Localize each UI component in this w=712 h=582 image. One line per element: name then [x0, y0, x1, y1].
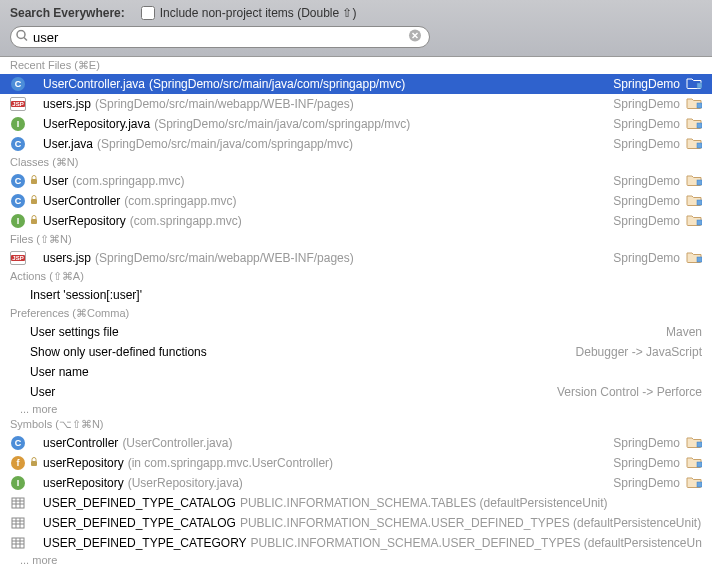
result-row[interactable]: USER_DEFINED_TYPE_CATALOGPUBLIC.INFORMAT… — [0, 493, 712, 513]
interface-icon: I — [11, 476, 25, 490]
section-files: Files (⇧⌘N) — [0, 231, 712, 248]
more-preferences[interactable]: ... more — [0, 402, 712, 416]
svg-rect-12 — [697, 200, 702, 205]
result-hint: (in com.springapp.mvc.UserController) — [128, 456, 333, 470]
svg-rect-11 — [31, 199, 37, 204]
result-row[interactable]: User name — [0, 362, 712, 382]
folder-icon — [686, 251, 702, 263]
more-symbols[interactable]: ... more — [0, 553, 712, 567]
result-row[interactable]: IUserRepository.java(SpringDemo/src/main… — [0, 114, 712, 134]
result-row[interactable]: UserVersion Control -> Perforce — [0, 382, 712, 402]
lock-icon — [30, 195, 38, 205]
clear-icon[interactable] — [408, 29, 422, 46]
folder-icon — [686, 77, 702, 89]
folder-icon — [686, 174, 702, 186]
svg-rect-7 — [697, 123, 702, 128]
result-row[interactable]: User settings fileMaven — [0, 322, 712, 342]
result-hint: (com.springapp.mvc) — [124, 194, 236, 208]
include-nonproject-checkbox-wrap[interactable]: Include non-project items (Double ⇧) — [141, 6, 357, 20]
result-row[interactable]: CUser(com.springapp.mvc)SpringDemo — [0, 171, 712, 191]
search-input[interactable] — [10, 26, 430, 48]
svg-rect-19 — [697, 482, 702, 487]
result-name: UserController.java — [43, 77, 145, 91]
svg-rect-20 — [12, 498, 24, 508]
result-row[interactable]: Insert 'session[:user]' — [0, 285, 712, 305]
result-location: SpringDemo — [613, 77, 680, 91]
interface-icon: I — [11, 214, 25, 228]
result-location: SpringDemo — [613, 117, 680, 131]
result-name: UserRepository.java — [43, 117, 150, 131]
class-icon: C — [11, 137, 25, 151]
result-row[interactable]: USER_DEFINED_TYPE_CATALOGPUBLIC.INFORMAT… — [0, 513, 712, 533]
result-name: userController — [43, 436, 118, 450]
result-location: SpringDemo — [613, 174, 680, 188]
result-hint: (SpringDemo/src/main/java/com/springapp/… — [154, 117, 410, 131]
result-name: User name — [30, 365, 89, 379]
result-location: SpringDemo — [613, 214, 680, 228]
result-hint: (UserController.java) — [122, 436, 232, 450]
result-name: USER_DEFINED_TYPE_CATALOG — [43, 516, 236, 530]
result-row[interactable]: CUser.java(SpringDemo/src/main/java/com/… — [0, 134, 712, 154]
result-row[interactable]: IUserRepository(com.springapp.mvc)Spring… — [0, 211, 712, 231]
result-name: User.java — [43, 137, 93, 151]
result-row[interactable]: fuserRepository(in com.springapp.mvc.Use… — [0, 453, 712, 473]
table-icon — [11, 496, 25, 510]
result-name: userRepository — [43, 456, 124, 470]
result-name: Show only user-defined functions — [30, 345, 207, 359]
table-icon — [11, 516, 25, 530]
result-location: SpringDemo — [613, 137, 680, 151]
result-location: Maven — [666, 325, 702, 339]
svg-rect-10 — [697, 180, 702, 185]
result-row[interactable]: USER_DEFINED_TYPE_CATEGORYPUBLIC.INFORMA… — [0, 533, 712, 553]
svg-rect-25 — [12, 518, 24, 528]
result-row[interactable]: CUserController.java(SpringDemo/src/main… — [0, 74, 712, 94]
result-location: SpringDemo — [613, 476, 680, 490]
svg-rect-9 — [31, 179, 37, 184]
svg-rect-13 — [31, 219, 37, 224]
svg-rect-5 — [697, 83, 702, 88]
result-name: Insert 'session[:user]' — [30, 288, 142, 302]
result-location: SpringDemo — [613, 436, 680, 450]
result-hint: PUBLIC.INFORMATION_SCHEMA.USER_DEFINED_T… — [240, 516, 701, 530]
class-icon: C — [11, 174, 25, 188]
folder-icon — [686, 137, 702, 149]
include-nonproject-checkbox[interactable] — [141, 6, 155, 20]
result-hint: PUBLIC.INFORMATION_SCHEMA.TABLES (defaul… — [240, 496, 608, 510]
result-name: User — [43, 174, 68, 188]
interface-icon: I — [11, 117, 25, 131]
result-hint: (com.springapp.mvc) — [130, 214, 242, 228]
field-icon: f — [11, 456, 25, 470]
search-field-wrap — [10, 26, 702, 48]
result-location: SpringDemo — [613, 456, 680, 470]
svg-rect-16 — [697, 442, 702, 447]
folder-icon — [686, 117, 702, 129]
result-row[interactable]: Show only user-defined functionsDebugger… — [0, 342, 712, 362]
result-name: UserRepository — [43, 214, 126, 228]
jsp-icon — [10, 251, 26, 265]
class-icon: C — [11, 194, 25, 208]
result-location: SpringDemo — [613, 97, 680, 111]
result-row[interactable]: IuserRepository(UserRepository.java)Spri… — [0, 473, 712, 493]
folder-icon — [686, 194, 702, 206]
svg-rect-8 — [697, 143, 702, 148]
result-name: USER_DEFINED_TYPE_CATALOG — [43, 496, 236, 510]
result-row[interactable]: users.jsp(SpringDemo/src/main/webapp/WEB… — [0, 94, 712, 114]
svg-rect-30 — [12, 538, 24, 548]
jsp-icon — [10, 97, 26, 111]
result-row[interactable]: CuserController(UserController.java)Spri… — [0, 433, 712, 453]
include-nonproject-label: Include non-project items (Double ⇧) — [160, 6, 357, 20]
result-name: users.jsp — [43, 97, 91, 111]
section-recent-files: Recent Files (⌘E) — [0, 57, 712, 74]
table-icon — [11, 536, 25, 550]
folder-icon — [686, 456, 702, 468]
result-row[interactable]: users.jsp(SpringDemo/src/main/webapp/WEB… — [0, 248, 712, 268]
result-hint: PUBLIC.INFORMATION_SCHEMA.USER_DEFINED_T… — [251, 536, 702, 550]
result-location: SpringDemo — [613, 251, 680, 265]
result-name: UserController — [43, 194, 120, 208]
section-actions: Actions (⇧⌘A) — [0, 268, 712, 285]
result-row[interactable]: CUserController(com.springapp.mvc)Spring… — [0, 191, 712, 211]
result-name: User — [30, 385, 55, 399]
section-symbols: Symbols (⌥⇧⌘N) — [0, 416, 712, 433]
result-hint: (UserRepository.java) — [128, 476, 243, 490]
svg-rect-18 — [697, 462, 702, 467]
